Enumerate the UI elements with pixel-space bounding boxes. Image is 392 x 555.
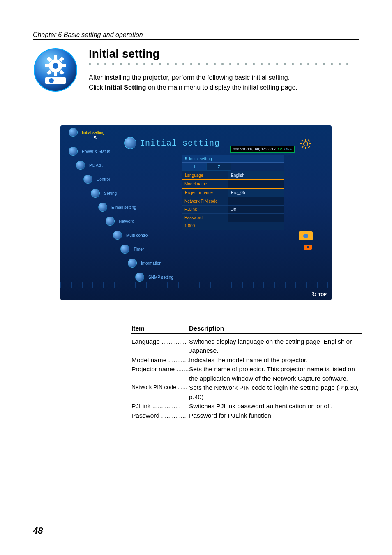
table-cell-item: Language .............. <box>131 337 189 356</box>
svg-point-23 <box>303 234 308 238</box>
row-value: Off <box>228 206 284 213</box>
table-cell-item: Projector name ........ <box>131 365 189 383</box>
table-head-item: Item <box>131 325 189 332</box>
table-cell-item: Model name ............ <box>131 356 189 365</box>
sidebar-item-multi-control[interactable]: Multi-control <box>109 228 229 242</box>
sidebar-item-timer[interactable]: Timer <box>116 242 229 256</box>
control-icon <box>83 175 92 184</box>
row-value <box>228 180 284 188</box>
table-cell-desc: Indicates the model name of the projecto… <box>189 356 362 365</box>
gear-icon <box>124 137 136 149</box>
table-cell-desc: Password for PJLink function <box>189 411 362 420</box>
row-pjlink[interactable]: PJLinkOff <box>182 205 284 213</box>
panel-header: ⠿ Initial setting <box>182 155 284 163</box>
table-cell-item: Network PIN code ...... <box>131 383 189 402</box>
sidebar-item-label: Network <box>119 219 134 224</box>
decorative-projector-icon <box>295 228 319 253</box>
table-cell-desc: Switches PJLink password authentication … <box>189 402 362 411</box>
panel-footer: 1 000 <box>182 222 284 230</box>
row-projector-name[interactable]: Projector nameProj_05 <box>182 188 284 197</box>
table-header: Item Description <box>131 325 362 334</box>
table-row: PJLink ................Switches PJLink p… <box>131 402 362 411</box>
svg-line-20 <box>302 146 303 148</box>
monitor-icon <box>76 161 85 170</box>
snmp-icon <box>135 273 144 282</box>
svg-line-21 <box>308 146 310 148</box>
intro-text: After installing the projector, perform … <box>89 73 359 92</box>
sidebar-item-label: PC Adj. <box>89 163 103 168</box>
row-value <box>228 197 284 205</box>
settings-panel: ⠿ Initial setting 1 2 LanguageEnglish Mo… <box>182 155 284 230</box>
top-link-label: TOP <box>318 292 327 297</box>
sidebar-item-label: Setting <box>104 191 117 196</box>
table-row: Network PIN code ......Sets the Network … <box>131 383 362 402</box>
svg-rect-5 <box>61 64 66 67</box>
power-icon <box>69 147 78 156</box>
on-label: ON <box>278 147 284 151</box>
svg-line-18 <box>302 140 303 141</box>
row-language[interactable]: LanguageEnglish <box>182 171 284 180</box>
description-table: Item Description Language ..............… <box>131 325 362 420</box>
web-ui-screenshot: Initial setting ↖ Power & Status PC Adj.… <box>60 125 332 300</box>
sidebar-item-label: Power & Status <box>82 149 110 154</box>
sidebar-item-label: E-mail setting <box>111 205 136 210</box>
multi-icon <box>113 231 122 240</box>
table-row: Language ..............Switches display … <box>131 337 362 356</box>
sidebar-item-information[interactable]: Information <box>124 256 229 270</box>
tab-2[interactable]: 2 <box>207 163 231 171</box>
svg-point-13 <box>304 142 308 146</box>
mail-icon <box>98 203 107 212</box>
intro-line-1: After installing the projector, perform … <box>89 74 290 81</box>
row-network-pin[interactable]: Network PIN code <box>182 197 284 205</box>
svg-rect-11 <box>45 77 66 84</box>
sidebar-item-label: Information <box>141 261 161 266</box>
row-password[interactable]: Password <box>182 213 284 222</box>
panel-header-text: Initial setting <box>189 157 212 161</box>
row-value <box>228 214 284 222</box>
row-key: Language <box>182 171 228 180</box>
row-key: Projector name <box>182 188 228 197</box>
row-value: English <box>228 171 284 180</box>
sun-icon <box>300 138 312 150</box>
svg-rect-3 <box>54 72 57 76</box>
svg-point-10 <box>53 63 58 69</box>
table-row: Password ..............Password for PJLi… <box>131 411 362 420</box>
table-cell-desc: Sets the Network PIN code to login the s… <box>189 383 362 402</box>
top-link[interactable]: TOP <box>312 291 327 298</box>
table-head-desc: Description <box>189 325 224 332</box>
page-number: 48 <box>33 525 43 536</box>
decorative-ruler <box>60 282 332 288</box>
svg-rect-2 <box>54 55 57 60</box>
table-row: Projector name ........Sets the name of … <box>131 365 362 383</box>
row-model-name: Model name <box>182 180 284 188</box>
table-cell-item: PJLink ................ <box>131 402 189 411</box>
row-key: PJLink <box>182 206 228 213</box>
row-key: Network PIN code <box>182 197 228 205</box>
sidebar-item-label: Timer <box>134 247 144 252</box>
row-value: Proj_05 <box>228 188 284 197</box>
datetime-display: 2007/10/11(Thu) 14:00:17 ON/OFF <box>230 146 295 153</box>
svg-point-25 <box>307 246 309 248</box>
grid-icon: ⠿ <box>184 157 187 161</box>
cursor-icon: ↖ <box>93 134 98 141</box>
svg-line-19 <box>308 140 310 141</box>
chapter-heading: Chapter 6 Basic setting and operation <box>33 31 359 40</box>
svg-rect-4 <box>45 64 50 67</box>
info-icon <box>128 259 137 268</box>
off-label: OFF <box>284 147 292 151</box>
panel-tabs: 1 2 <box>182 163 284 171</box>
tab-1[interactable]: 1 <box>182 163 207 171</box>
table-cell-desc: Switches display language on the setting… <box>189 337 362 356</box>
svg-point-12 <box>49 78 54 83</box>
gear-icon <box>69 128 78 137</box>
datetime-text: 2007/10/11(Thu) 14:00:17 <box>233 147 276 151</box>
wrench-icon <box>91 189 100 198</box>
intro-line-2a: Click <box>89 84 105 91</box>
decorative-dots <box>89 63 359 67</box>
intro-bold: Initial Setting <box>105 84 146 91</box>
table-cell-desc: Sets the name of projector. This project… <box>189 365 362 383</box>
row-key: Password <box>182 214 228 222</box>
table-cell-item: Password .............. <box>131 411 189 420</box>
intro-line-2c: on the main menu to display the initial … <box>146 84 297 91</box>
panel-title-badge: Initial setting <box>124 137 220 149</box>
